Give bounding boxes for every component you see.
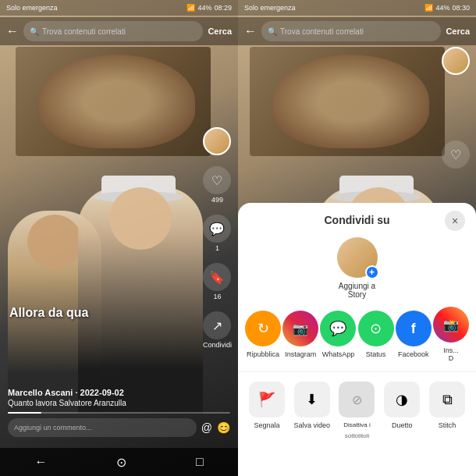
share-apps-row: ↻ Ripubblica 📷 Instagram 💬 WhatsApp bbox=[238, 307, 476, 362]
instagram-label: Instagram bbox=[285, 350, 316, 358]
right-profile-area[interactable] bbox=[442, 47, 470, 75]
right-time-text: 08:30 bbox=[452, 4, 470, 12]
right-panel: Solo emergenza 📶 44% 08:30 ← 🔍 Trova con… bbox=[238, 0, 476, 476]
instagram-icon[interactable]: 📷 bbox=[282, 311, 318, 346]
right-cerca-button[interactable]: Cerca bbox=[446, 27, 470, 36]
battery-text: 44% bbox=[197, 4, 211, 12]
right-status-right: 📶 44% 08:30 bbox=[424, 4, 470, 12]
right-heart-area[interactable]: ♡ bbox=[442, 140, 470, 169]
right-search-bar[interactable]: ← 🔍 Trova contenuti correlati Cerca bbox=[238, 17, 476, 45]
search-icon: 🔍 bbox=[30, 27, 39, 36]
comment-icon-item[interactable]: 💬 1 bbox=[203, 215, 231, 252]
person-right-face bbox=[109, 187, 172, 250]
left-status-bar: Solo emergenza 📶 44% 08:29 bbox=[0, 0, 238, 16]
action-salva-video[interactable]: ⬇ Salva video bbox=[290, 382, 335, 429]
disattiva-label: Disattiva i bbox=[343, 421, 371, 428]
more-icon[interactable]: 📸 bbox=[433, 307, 469, 343]
duet-icon: ◑ bbox=[396, 391, 408, 408]
bookmark-icon-item[interactable]: 🔖 16 bbox=[203, 263, 231, 300]
story-label: Aggiungi a Story bbox=[339, 282, 375, 299]
share-actions-row: 🚩 Segnala ⬇ Salva video ⊘ Disattiva i so… bbox=[238, 382, 476, 439]
profile-avatar[interactable] bbox=[203, 127, 231, 155]
bookmark-icon[interactable]: 🔖 bbox=[203, 263, 231, 291]
stitch-label: Stitch bbox=[439, 421, 456, 429]
share-icon[interactable]: ↗ bbox=[203, 311, 231, 339]
status-icon[interactable]: ⊙ bbox=[358, 311, 394, 346]
bottom-info: Marcello Ascani · 2022-09-02 Quanto lavo… bbox=[0, 388, 238, 437]
duetto-label: Duetto bbox=[392, 421, 413, 429]
side-icons: ♡ 499 💬 1 🔖 16 ↗ Condividi bbox=[203, 127, 232, 349]
right-status-left-text: Solo emergenza bbox=[244, 4, 296, 12]
download-icon: ⬇ bbox=[306, 391, 318, 408]
app-more[interactable]: 📸 Ins...D bbox=[432, 307, 470, 362]
facebook-label: Facebook bbox=[398, 350, 429, 358]
app-instagram[interactable]: 📷 Instagram bbox=[282, 311, 319, 358]
more-label: Ins...D bbox=[443, 346, 459, 362]
share-icon-item[interactable]: ↗ Condividi bbox=[203, 311, 232, 349]
facebook-icon[interactable]: f bbox=[396, 311, 432, 346]
right-wifi-icon: 📶 bbox=[424, 4, 433, 12]
subtitle-overlay: Allora da qua bbox=[0, 306, 167, 320]
cerca-button[interactable]: Cerca bbox=[208, 27, 232, 36]
ripubblica-icon[interactable]: ↻ bbox=[245, 311, 281, 346]
comment-count: 1 bbox=[215, 244, 219, 252]
comment-icon[interactable]: 💬 bbox=[203, 215, 231, 243]
stitch-icon[interactable]: ⧉ bbox=[429, 382, 465, 417]
app-whatsapp[interactable]: 💬 WhatsApp bbox=[319, 311, 357, 358]
left-search-bar[interactable]: ← 🔍 Trova contenuti correlati Cerca bbox=[0, 17, 238, 45]
disattiva-sublabel: sottotitoli bbox=[345, 432, 370, 439]
emoji-icon[interactable]: 😊 bbox=[217, 421, 230, 434]
heart-icon-item[interactable]: ♡ 499 bbox=[203, 166, 231, 204]
action-stitch[interactable]: ⧉ Stitch bbox=[424, 382, 470, 429]
right-artwork-face bbox=[273, 55, 429, 148]
person-right bbox=[78, 187, 203, 414]
right-search-input-area[interactable]: 🔍 Trova contenuti correlati bbox=[261, 21, 441, 41]
left-nav-bar: ← ⊙ □ bbox=[0, 448, 238, 476]
whatsapp-icon[interactable]: 💬 bbox=[320, 311, 356, 346]
story-avatar[interactable]: + bbox=[337, 237, 378, 278]
right-profile-avatar[interactable] bbox=[442, 47, 470, 75]
share-sheet: Condividi su × + Aggiungi a Story ↻ Ripu… bbox=[238, 203, 476, 476]
wifi-icon: 📶 bbox=[186, 4, 195, 12]
whatsapp-label: WhatsApp bbox=[322, 350, 355, 358]
comment-input[interactable]: Aggiungi un commento... bbox=[8, 418, 197, 437]
action-disattiva[interactable]: ⊘ Disattiva i sottotitoli bbox=[335, 382, 380, 439]
ripubblica-label: Ripubblica bbox=[247, 350, 279, 358]
at-icon[interactable]: @ bbox=[201, 421, 212, 434]
artwork-face bbox=[39, 55, 195, 148]
action-segnala[interactable]: 🚩 Segnala bbox=[244, 382, 290, 429]
nav-home-icon[interactable]: ⊙ bbox=[116, 455, 126, 470]
back-arrow-icon[interactable]: ← bbox=[6, 24, 19, 38]
stitch-scissors-icon: ⧉ bbox=[442, 392, 453, 408]
right-heart-icon[interactable]: ♡ bbox=[442, 140, 470, 169]
time-text: 08:29 bbox=[214, 4, 232, 12]
salva-video-icon[interactable]: ⬇ bbox=[294, 382, 330, 417]
app-status[interactable]: ⊙ Status bbox=[357, 311, 395, 358]
right-artwork-bg bbox=[250, 47, 445, 156]
right-back-arrow-icon[interactable]: ← bbox=[244, 24, 257, 38]
segnala-label: Segnala bbox=[254, 421, 279, 429]
app-facebook[interactable]: f Facebook bbox=[395, 311, 432, 358]
share-label: Condividi bbox=[203, 341, 232, 349]
duetto-icon[interactable]: ◑ bbox=[384, 382, 420, 417]
comment-area[interactable]: Aggiungi un commento... @ 😊 bbox=[8, 418, 230, 437]
nav-back-icon[interactable]: ← bbox=[34, 455, 47, 469]
divider bbox=[238, 371, 476, 372]
search-input-area[interactable]: 🔍 Trova contenuti correlati bbox=[23, 21, 203, 41]
disattiva-icon[interactable]: ⊘ bbox=[339, 382, 375, 417]
heart-icon[interactable]: ♡ bbox=[203, 166, 231, 194]
story-add-area[interactable]: + Aggiungi a Story bbox=[238, 234, 476, 307]
app-ripubblica[interactable]: ↻ Ripubblica bbox=[244, 311, 282, 358]
search-placeholder: Trova contenuti correlati bbox=[42, 27, 126, 36]
username: Marcello Ascani · 2022-09-02 bbox=[8, 388, 230, 397]
segnala-icon[interactable]: 🚩 bbox=[249, 382, 285, 417]
heart-count: 499 bbox=[211, 196, 223, 204]
status-left-text: Solo emergenza bbox=[6, 4, 58, 12]
profile-icon-item[interactable] bbox=[203, 127, 231, 155]
action-duetto[interactable]: ◑ Duetto bbox=[379, 382, 424, 429]
bookmark-count: 16 bbox=[213, 293, 221, 300]
flag-icon: 🚩 bbox=[258, 391, 275, 408]
nav-square-icon[interactable]: □ bbox=[196, 455, 204, 469]
right-search-icon: 🔍 bbox=[268, 27, 277, 36]
close-button[interactable]: × bbox=[445, 211, 465, 231]
